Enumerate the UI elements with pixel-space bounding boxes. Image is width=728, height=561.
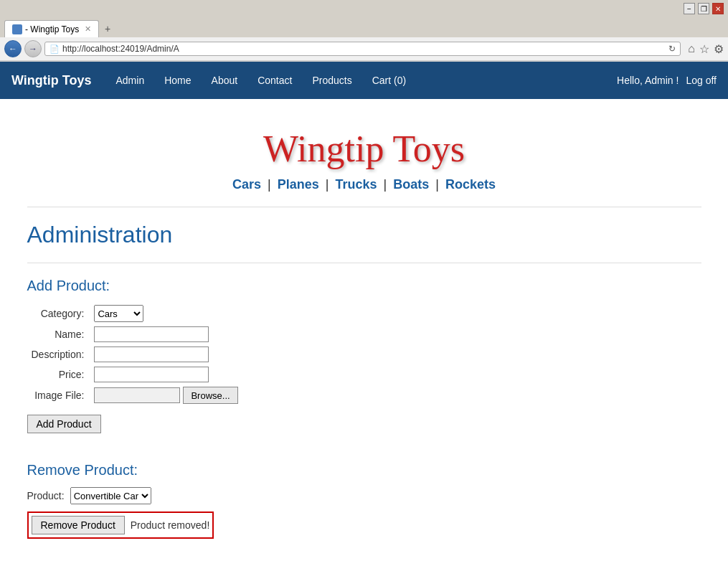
- file-text-display: [94, 387, 180, 403]
- name-row: Name:: [27, 324, 242, 344]
- address-bar[interactable]: 📄 ↻: [44, 42, 681, 56]
- greeting-text: Hello, Admin !: [617, 75, 679, 86]
- browser-icons: ⌂ ☆ ⚙: [688, 42, 724, 56]
- description-input[interactable]: [94, 346, 209, 362]
- minimize-button[interactable]: −: [684, 3, 695, 14]
- image-file-label: Image File:: [34, 390, 84, 401]
- refresh-button[interactable]: ↻: [668, 44, 676, 54]
- category-link-boats[interactable]: Boats: [393, 177, 429, 192]
- add-product-table: Category: Cars Planes Trucks Boats Rocke…: [27, 303, 242, 406]
- navbar-brand[interactable]: Wingtip Toys: [11, 73, 92, 88]
- product-select-row: Product: Convertible Car Plane Model Tru…: [27, 487, 701, 504]
- active-tab[interactable]: - Wingtip Toys ✕: [4, 20, 99, 37]
- description-row: Description:: [27, 344, 242, 364]
- price-row: Price:: [27, 364, 242, 385]
- sep-1: |: [264, 177, 271, 192]
- new-tab-button[interactable]: +: [100, 20, 115, 37]
- favorites-icon[interactable]: ☆: [699, 42, 709, 56]
- image-file-row: Image File: Browse...: [27, 385, 242, 406]
- main-content: Wingtip Toys Cars | Planes | Trucks | Bo…: [13, 99, 716, 561]
- remove-product-heading: Remove Product:: [27, 462, 701, 478]
- logoff-link[interactable]: Log off: [686, 75, 717, 86]
- price-input[interactable]: [94, 367, 209, 382]
- sep-3: |: [380, 177, 387, 192]
- navbar-right: Hello, Admin ! Log off: [617, 75, 717, 86]
- browser-titlebar: − ❐ ✕: [0, 0, 728, 17]
- category-link-rockets[interactable]: Rockets: [445, 177, 496, 192]
- nav-link-products[interactable]: Products: [302, 63, 361, 98]
- category-links: Cars | Planes | Trucks | Boats | Rockets: [27, 177, 701, 192]
- browse-button[interactable]: Browse...: [183, 387, 237, 404]
- navbar-nav: Admin Home About Contact Products Cart (…: [106, 63, 618, 98]
- name-label: Name:: [55, 329, 84, 340]
- product-select[interactable]: Convertible Car Plane Model Truck Toy Sp…: [70, 487, 151, 504]
- divider-1: [27, 207, 701, 207]
- forward-button[interactable]: →: [24, 40, 42, 57]
- name-input[interactable]: [94, 326, 209, 342]
- category-link-cars[interactable]: Cars: [232, 177, 261, 192]
- lock-icon: 📄: [49, 44, 60, 54]
- restore-button[interactable]: ❐: [698, 3, 709, 14]
- description-label: Description:: [32, 349, 85, 360]
- remove-button-area: Remove Product Product removed!: [27, 512, 214, 539]
- category-label: Category:: [41, 308, 85, 319]
- site-title: Wingtip Toys: [27, 128, 701, 170]
- divider-2: [27, 263, 701, 263]
- navbar: Wingtip Toys Admin Home About Contact Pr…: [0, 62, 728, 99]
- home-icon[interactable]: ⌂: [688, 42, 695, 55]
- tab-favicon: [12, 24, 22, 34]
- close-button[interactable]: ✕: [712, 3, 724, 14]
- address-input[interactable]: [62, 44, 666, 54]
- tab-close-icon[interactable]: ✕: [85, 24, 91, 34]
- nav-link-admin[interactable]: Admin: [106, 63, 155, 98]
- browser-chrome: − ❐ ✕ - Wingtip Toys ✕ + ← → 📄 ↻ ⌂ ☆ ⚙: [0, 0, 728, 62]
- product-label: Product:: [27, 490, 65, 501]
- admin-heading: Administration: [27, 222, 701, 248]
- remove-product-button[interactable]: Remove Product: [32, 516, 125, 534]
- add-product-form: Category: Cars Planes Trucks Boats Rocke…: [27, 303, 701, 448]
- tab-bar: - Wingtip Toys ✕ +: [0, 17, 728, 37]
- remove-product-section: Remove Product: Product: Convertible Car…: [27, 462, 701, 539]
- settings-icon[interactable]: ⚙: [714, 42, 724, 56]
- add-product-heading: Add Product:: [27, 278, 701, 294]
- nav-link-about[interactable]: About: [202, 63, 248, 98]
- removed-message: Product removed!: [131, 519, 210, 531]
- add-product-button[interactable]: Add Product: [27, 415, 101, 433]
- price-label: Price:: [59, 369, 85, 380]
- category-row: Category: Cars Planes Trucks Boats Rocke…: [27, 303, 242, 324]
- nav-link-cart[interactable]: Cart (0): [362, 63, 416, 98]
- tab-title: - Wingtip Toys: [25, 24, 79, 34]
- back-button[interactable]: ←: [4, 40, 22, 57]
- nav-link-contact[interactable]: Contact: [247, 63, 302, 98]
- file-input-wrap: Browse...: [94, 387, 237, 404]
- category-link-planes[interactable]: Planes: [278, 177, 319, 192]
- sep-2: |: [322, 177, 329, 192]
- category-link-trucks[interactable]: Trucks: [335, 177, 377, 192]
- category-select[interactable]: Cars Planes Trucks Boats Rockets: [94, 305, 143, 322]
- sep-4: |: [432, 177, 439, 192]
- browser-toolbar: ← → 📄 ↻ ⌂ ☆ ⚙: [0, 37, 728, 61]
- nav-link-home[interactable]: Home: [154, 63, 201, 98]
